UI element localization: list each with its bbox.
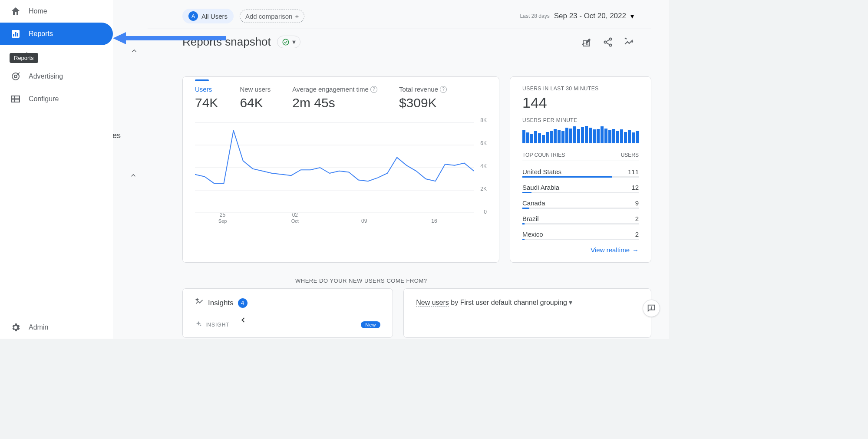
chevron-up-icon[interactable] <box>129 172 137 181</box>
line-chart: 8K 6K 4K 2K 0 25Sep 02Oct 09 <box>195 117 487 221</box>
nav-reports[interactable]: Reports <box>0 23 113 45</box>
bar-chart-icon <box>10 29 21 39</box>
realtime-row-bar <box>522 223 639 224</box>
y-tick: 8K <box>480 117 487 123</box>
svg-rect-6 <box>12 96 20 102</box>
svg-line-21 <box>606 43 610 45</box>
svg-rect-3 <box>17 33 18 36</box>
nav-reports-label: Reports <box>29 30 53 38</box>
y-tick: 2K <box>480 186 487 192</box>
section-title: WHERE DO YOUR NEW USERS COME FROM? <box>130 263 669 288</box>
realtime-row[interactable]: Brazil2 <box>522 212 639 223</box>
add-comparison-label: Add comparison <box>245 13 292 20</box>
realtime-card: USERS IN LAST 30 MINUTES 144 USERS PER M… <box>510 76 651 263</box>
svg-line-20 <box>606 40 610 42</box>
y-tick: 0 <box>484 209 487 215</box>
realtime-per-minute-label: USERS PER MINUTE <box>522 117 639 123</box>
truncated-text: ses <box>113 131 121 140</box>
kpi-engagement-value: 2m 45s <box>292 96 377 110</box>
kpi-revenue-label: Total revenue ? <box>399 86 447 93</box>
insight-subhead: INSIGHT <box>205 322 230 328</box>
kpi-engagement[interactable]: Average engagement time ? 2m 45s <box>292 86 377 110</box>
chevron-down-icon: ▾ <box>630 12 634 20</box>
date-range-label: Last 28 days <box>520 13 550 19</box>
date-range-picker[interactable]: Last 28 days Sep 23 - Oct 20, 2022 ▾ <box>520 12 634 20</box>
y-tick: 4K <box>480 163 487 169</box>
customize-icon[interactable] <box>582 37 592 47</box>
realtime-row[interactable]: United States111 <box>522 165 639 176</box>
share-icon[interactable] <box>603 37 613 47</box>
kpi-row: Users 74K New users 64K Average engageme… <box>195 86 487 110</box>
collapse-panel-button[interactable] <box>239 316 248 327</box>
help-icon[interactable]: ? <box>370 86 377 93</box>
kpi-revenue-value: $309K <box>399 96 447 110</box>
chevron-down-icon: ▾ <box>569 299 572 306</box>
svg-point-5 <box>14 75 17 78</box>
sidebar: Home Reports lore Advertising Configure <box>0 0 113 339</box>
add-comparison-button[interactable]: Add comparison + <box>240 10 304 23</box>
realtime-row-bar <box>522 192 639 193</box>
kpi-engagement-label: Average engagement time ? <box>292 86 377 93</box>
segment-chip[interactable]: A All Users <box>182 9 234 23</box>
insight-row[interactable]: INSIGHT New <box>195 320 380 329</box>
svg-rect-2 <box>15 32 17 36</box>
x-tick: 16 <box>431 218 437 224</box>
header-actions <box>582 37 634 47</box>
x-tick: 09 <box>361 218 367 224</box>
realtime-row[interactable]: Mexico2 <box>522 228 639 239</box>
y-tick: 6K <box>480 140 487 146</box>
page-title: Reports snapshot <box>182 35 271 49</box>
chevron-up-icon[interactable] <box>130 47 138 56</box>
gear-icon <box>10 322 21 333</box>
arrow-right-icon: → <box>632 246 639 254</box>
kpi-users[interactable]: Users 74K <box>195 86 218 110</box>
main-content: ses A All Users Add comparison + Last 28… <box>113 0 669 339</box>
svg-point-12 <box>283 39 289 45</box>
realtime-value: 144 <box>522 94 639 111</box>
col-country: TOP COUNTRIES <box>522 152 565 158</box>
realtime-row-bar <box>522 239 639 240</box>
channels-card: New users by First user default channel … <box>403 288 651 338</box>
nav-home-label: Home <box>29 7 47 15</box>
new-badge: New <box>361 321 380 328</box>
channels-title[interactable]: New users by First user default channel … <box>416 298 639 307</box>
nav-admin-label: Admin <box>29 323 48 331</box>
kpi-new-users[interactable]: New users 64K <box>240 86 271 110</box>
feedback-button[interactable] <box>643 300 660 317</box>
topbar: A All Users Add comparison + Last 28 day… <box>148 0 651 29</box>
col-users: USERS <box>621 152 639 158</box>
sparkle-icon <box>195 297 204 308</box>
nav-advertising[interactable]: Advertising <box>0 65 113 88</box>
kpi-new-users-value: 64K <box>240 96 271 110</box>
check-circle-icon <box>282 38 290 46</box>
kpi-revenue[interactable]: Total revenue ? $309K <box>399 86 447 110</box>
target-icon <box>10 71 21 82</box>
nav-home[interactable]: Home <box>0 0 113 23</box>
x-tick: 02Oct <box>291 212 299 224</box>
reports-tooltip: Reports <box>10 53 38 63</box>
insights-header: Insights 4 <box>195 297 380 308</box>
realtime-row[interactable]: Canada9 <box>522 197 639 208</box>
kpi-users-value: 74K <box>195 96 218 110</box>
realtime-row-bar <box>522 176 639 178</box>
segment-label: All Users <box>201 13 228 20</box>
overview-card: Users 74K New users 64K Average engageme… <box>182 76 499 263</box>
insights-icon[interactable] <box>624 37 634 47</box>
sparkle-icon <box>195 320 202 329</box>
view-realtime-link[interactable]: View realtime → <box>522 246 639 254</box>
status-pill[interactable]: ▾ <box>277 36 300 48</box>
realtime-row[interactable]: Saudi Arabia12 <box>522 181 639 192</box>
realtime-title: USERS IN LAST 30 MINUTES <box>522 86 639 92</box>
x-tick: 25Sep <box>218 212 227 224</box>
nav-admin[interactable]: Admin <box>0 316 113 339</box>
svg-rect-1 <box>13 34 14 36</box>
realtime-table-header: TOP COUNTRIES USERS <box>522 152 639 161</box>
plus-icon: + <box>295 13 299 20</box>
table-icon <box>10 94 21 104</box>
nav-configure-label: Configure <box>29 95 59 103</box>
insights-card: Insights 4 INSIGHT New <box>182 288 393 338</box>
realtime-minibar-chart <box>522 126 639 143</box>
chevron-down-icon: ▾ <box>292 38 296 46</box>
help-icon[interactable]: ? <box>440 86 447 93</box>
nav-configure[interactable]: Configure <box>0 88 113 110</box>
